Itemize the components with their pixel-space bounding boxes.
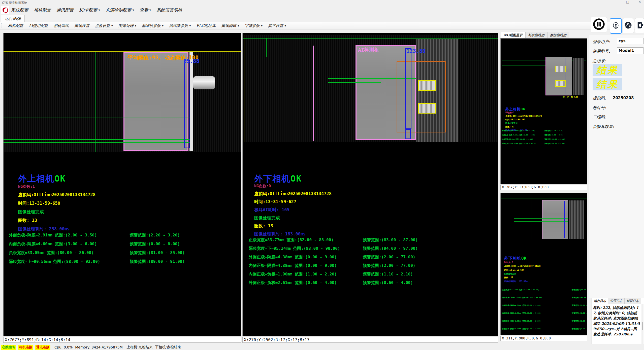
log-tab-1[interactable]: 设置日志 <box>608 298 625 304</box>
pause-button[interactable] <box>591 17 607 33</box>
tab-yellow-box <box>418 103 436 114</box>
toolbar-item-label: AI使用配置 <box>29 23 48 28</box>
log-tab-2[interactable]: 错误日志 <box>625 298 641 304</box>
lower-camera-check-status: 下相机:点检结束 <box>155 345 181 349</box>
user-group-button[interactable] <box>622 18 634 33</box>
tab-run-image[interactable]: 运行图像 <box>1 15 25 22</box>
green-hline <box>501 198 587 198</box>
measurement-text: 隔膜宽度-上=90.56mm 范围:(88.00 - 92.00) <box>9 259 100 264</box>
menu-item-6[interactable]: 系统语言切换 <box>156 7 182 13</box>
mini-status-block: 外下相机OK NG次数:0 虚拟码:Offline202502081331347… <box>504 256 540 283</box>
chevron-down-icon: ▼ <box>99 9 100 11</box>
toolbar-drag-handle-icon[interactable] <box>2 23 3 28</box>
measurement-row: 内侧正极-负极=1.90mm 范围:(1.00 - 2.20)预警范围:(1.1… <box>502 320 586 322</box>
menu-item-0[interactable]: 系统配置 <box>11 7 28 13</box>
measurement-text: 内侧正极-隔膜=4.38mm 范围:(0.00 - 9.00) <box>502 312 541 314</box>
menu-item-5[interactable]: 查看▼ <box>140 7 151 13</box>
menu-item-4[interactable]: 光源控制配置▼ <box>106 7 134 13</box>
menu-item-3[interactable]: IO卡配置▼ <box>79 7 100 13</box>
mini-film-region <box>545 57 572 95</box>
measurement-text: 外侧正极-隔膜=4.38mm 范围:(0.00 - 9.00) <box>249 255 337 259</box>
measurement-row: 外侧负极-隔膜=2.03mm 范围:(2.00 - 3.50)预警范围:(2.2… <box>502 130 586 132</box>
measurement-text: 外侧负极-隔膜=2.03mm 范围:(2.00 - 3.50) <box>502 130 535 131</box>
measurement-text: 负极宽度=83.2mm 范围:(80.00 - 86.00) <box>502 138 533 140</box>
chevron-down-icon: ▼ <box>284 25 286 27</box>
virtual-code: 虚拟码:Offline20250208133134728 <box>18 192 95 198</box>
user-button[interactable] <box>610 18 622 34</box>
chevron-down-icon: ▼ <box>133 9 134 11</box>
green-hline <box>4 139 190 140</box>
toolbar-item-2[interactable]: 相机调试 <box>51 23 72 29</box>
warning-range-text: 预警范围:(1.10 - 2.10) <box>363 272 413 277</box>
status-bar: 心跳信号 相机连接 通讯连接 Cpu: 0.0% Memory: 3424.41… <box>0 344 644 350</box>
toolbar-item-3[interactable]: 离线设置 <box>72 23 92 29</box>
pink-vline <box>313 46 314 141</box>
measurement-text: 内侧正极-隔膜=4.38mm 范围:(0.00 - 9.00) <box>249 263 337 268</box>
log-panel: 运行日志设置日志错误日志 耗时: 222, 缺陷检测耗时: 17, 缺陷分类耗时… <box>592 298 644 350</box>
right-camera-view[interactable]: AI检测框 123.80 外下相机OK NG次数:0 虚拟码:Offline20… <box>242 33 498 336</box>
log-tab-0[interactable]: 运行日志 <box>592 298 608 304</box>
snapshot-tab-0[interactable]: NG截图显示 <box>501 32 525 38</box>
process-done: 图像处理完成 <box>18 209 95 215</box>
menu-item-label: IO卡配置 <box>79 7 97 13</box>
snapshot-tab-1[interactable]: 料线曲线图 <box>525 32 547 38</box>
menu-item-1[interactable]: 相机配置 <box>34 7 51 13</box>
maximize-button[interactable]: □ <box>625 0 630 4</box>
measurement-text: 外侧正极-隔膜=4.38mm 范围:(0.00 - 9.00) <box>502 304 541 306</box>
measurement-row: 内侧正极-隔膜=4.38mm 范围:(0.00 - 9.00)预警范围:(2.0… <box>502 312 586 314</box>
measurement-row: 负极宽度=83.2mm 范围:(80.00 - 86.00)预警范围:(81.0… <box>502 138 586 141</box>
measurement-row: 正极宽度=83.77mm 范围:(82.00 - 88.00)预警范围:(83.… <box>249 237 496 243</box>
measurement-text: 外侧正极-负极=2.61mm 范围:(0.60 - 4.00) <box>249 280 337 285</box>
toolbar-item-0[interactable]: 相机配置 <box>5 23 26 29</box>
measurement-text: 隔膜宽度-下=95.24mm 范围:(93.00 - 98.00) <box>502 297 542 299</box>
warning-range-text: 预警范围:(83.00 - 87.00) <box>363 237 418 243</box>
ng-count: NG次数:0 <box>254 184 332 189</box>
log-tabs: 运行日志设置日志错误日志 <box>592 298 644 304</box>
snapshot-tab-2[interactable]: 数据曲线图 <box>547 32 569 38</box>
warning-range-text: 预警范围:(81.00 - 85.00) <box>544 138 565 141</box>
ng-snapshot-thumbnail[interactable]: 83.61 ALI-M 外上相机OK NG次数:1 虚拟码:Offline202… <box>500 38 587 184</box>
measurement-row: 隔膜宽度-下=95.24mm 范围:(93.00 - 98.00)预警范围:(9… <box>502 296 586 299</box>
tab-yellow-box <box>418 80 436 91</box>
camera-result-title: 外上相机OK <box>18 173 95 185</box>
lower-camera-thumbnail[interactable]: 外下相机OK NG次数:0 虚拟码:Offline202502081331347… <box>500 193 587 335</box>
warning-range-text: 预警范围:(94.00 - 97.00) <box>572 296 587 299</box>
login-user-value[interactable]: cys <box>617 38 643 44</box>
edge-measure-box-small <box>405 129 411 139</box>
toolbar-item-10[interactable]: 字符参数▼ <box>242 23 265 29</box>
toolbar-item-11[interactable]: 其它设置▼ <box>265 23 289 29</box>
toolbar-item-8[interactable]: PLC地址库 <box>194 23 218 29</box>
defect-orange-box <box>397 61 446 132</box>
minimize-button[interactable]: – <box>613 0 618 4</box>
memory-usage: Memory: 3424.41796875M <box>75 345 123 349</box>
loop-count: 圈数: 13 <box>18 218 95 223</box>
toolbar-item-6[interactable]: 基准线参数▼ <box>139 23 166 29</box>
toolbar-item-7[interactable]: 测试项参数▼ <box>166 23 194 29</box>
green-hline <box>4 118 190 118</box>
mini-edge-box <box>564 201 565 238</box>
toolbar-item-5[interactable]: 图像处理▼ <box>116 23 139 29</box>
toolbar-item-1[interactable]: AI使用配置 <box>26 23 51 29</box>
toolbar-item-9[interactable]: 离线调试▼ <box>218 23 242 29</box>
logout-icon <box>635 20 644 32</box>
green-hline <box>514 221 568 222</box>
log-scrollbar[interactable] <box>641 304 643 349</box>
chevron-down-icon: ▼ <box>162 25 164 27</box>
ng-count: NG次数:1 <box>18 184 95 189</box>
toolbar-item-label: 其它设置 <box>268 23 283 28</box>
left-coordinate-bar: X:7677;Y:891;R:14;G:14;B:14 <box>3 337 241 343</box>
menu-item-label: 光源控制配置 <box>106 7 131 13</box>
model-value[interactable]: Model1 <box>617 47 643 54</box>
menu-item-2[interactable]: 通讯配置 <box>56 7 74 13</box>
result-box-upper: 结果 <box>593 64 622 76</box>
toolbar-item-4[interactable]: 点检设置▼ <box>92 23 116 29</box>
logout-button[interactable] <box>635 18 644 33</box>
left-camera-view[interactable]: 平均阈值:93, 动态阈值:100 85.88 外上相机OK NG次数:1 虚拟… <box>3 33 241 336</box>
toolbar-item-label: 测试项参数 <box>169 23 188 28</box>
close-button[interactable]: ✕ <box>637 0 642 4</box>
app-window: CYS-视觉检测系统 – □ ✕ 系统配置相机配置通讯配置IO卡配置▼光源控制配… <box>0 0 644 350</box>
camera-link-status: 相机连接 <box>18 345 33 350</box>
user-group-icon <box>623 20 633 32</box>
measurement-row: 外侧正极-隔膜=4.38mm 范围:(0.00 - 9.00)预警范围:(2.0… <box>502 304 586 307</box>
menu-bar: 系统配置相机配置通讯配置IO卡配置▼光源控制配置▼查看▼系统语言切换 <box>11 6 182 14</box>
